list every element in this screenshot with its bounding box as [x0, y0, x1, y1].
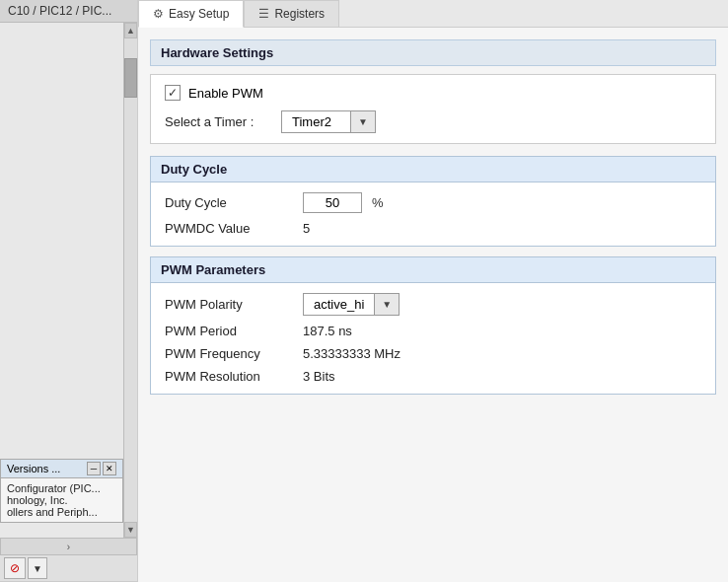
sidebar: C10 / PIC12 / PIC... ▲ ▼ › ⊘ ▼ Versions …	[0, 0, 138, 582]
pwm-resolution-row: PWM Resolution 3 Bits	[165, 369, 701, 384]
pwm-period-label: PWM Period	[165, 324, 293, 338]
versions-title: Versions ...	[7, 463, 60, 474]
pwmdc-value-row: PWMDC Value 5	[165, 221, 701, 236]
duty-cycle-section: Duty Cycle Duty Cycle % PWMDC Value 5	[150, 156, 716, 247]
cancel-icon: ⊘	[10, 561, 20, 575]
duty-cycle-unit: %	[372, 195, 384, 210]
duty-cycle-input[interactable]	[303, 192, 362, 213]
hardware-section-header: Hardware Settings	[150, 39, 716, 66]
pwm-resolution-value: 3 Bits	[303, 369, 335, 384]
main-content: ⚙ Easy Setup ☰ Registers Hardware Settin…	[138, 0, 728, 582]
sidebar-scroll-down-btn[interactable]: ›	[0, 538, 137, 555]
duty-cycle-title: Duty Cycle	[161, 162, 227, 177]
sidebar-tool-row: ⊘ ▼	[0, 555, 137, 582]
pwm-period-value: 187.5 ns	[303, 324, 352, 338]
sidebar-header: C10 / PIC12 / PIC...	[0, 0, 137, 23]
tab-easy-setup-label: Easy Setup	[169, 7, 229, 21]
duty-cycle-row: Duty Cycle %	[165, 192, 701, 213]
gear-icon: ⚙	[153, 7, 164, 21]
pwm-polarity-row: PWM Polarity active_hi ▼	[165, 293, 701, 316]
pwm-parameters-body: PWM Polarity active_hi ▼ PWM Period 187.…	[151, 283, 715, 394]
pwm-parameters-header: PWM Parameters	[151, 257, 715, 283]
scroll-up-arrow[interactable]: ▲	[124, 23, 137, 38]
polarity-dropdown-value: active_hi	[304, 294, 375, 315]
enable-pwm-row: ✓ Enable PWM	[165, 85, 701, 101]
enable-pwm-label: Enable PWM	[188, 86, 263, 101]
versions-panel: Versions ... ─ ✕ Configurator (PIC... hn…	[0, 459, 123, 523]
dropdown-arrow-icon: ▼	[33, 563, 42, 574]
polarity-dropdown-arrow-button[interactable]: ▼	[375, 294, 399, 315]
polarity-dropdown[interactable]: active_hi ▼	[303, 293, 400, 316]
tab-easy-setup[interactable]: ⚙ Easy Setup	[138, 0, 244, 28]
chevron-down-icon: ▼	[358, 116, 368, 127]
versions-line1: Configurator (PIC...	[7, 482, 116, 494]
enable-pwm-checkbox[interactable]: ✓	[165, 85, 181, 101]
minimize-icon: ─	[91, 464, 97, 473]
timer-dropdown[interactable]: Timer2 ▼	[281, 110, 376, 133]
sidebar-dropdown-button[interactable]: ▼	[28, 557, 47, 579]
versions-close-button[interactable]: ✕	[103, 462, 116, 475]
panel-area: Hardware Settings ✓ Enable PWM Select a …	[138, 28, 728, 582]
pwmdc-value: 5	[303, 221, 310, 236]
chevron-down-icon: ▼	[382, 299, 392, 310]
tab-registers-label: Registers	[274, 7, 325, 21]
hardware-section: ✓ Enable PWM Select a Timer : Timer2 ▼	[150, 74, 716, 144]
tab-registers[interactable]: ☰ Registers	[244, 0, 339, 27]
scroll-down-arrow[interactable]: ▼	[124, 522, 137, 538]
cancel-icon-button[interactable]: ⊘	[4, 557, 26, 579]
registers-icon: ☰	[258, 7, 269, 21]
sidebar-scrollbar: ▲ ▼	[123, 23, 137, 538]
pwm-parameters-title: PWM Parameters	[161, 262, 265, 277]
pwm-polarity-label: PWM Polarity	[165, 297, 293, 312]
versions-title-bar: Versions ... ─ ✕	[1, 460, 122, 478]
duty-cycle-body: Duty Cycle % PWMDC Value 5	[151, 182, 715, 246]
timer-select-label: Select a Timer :	[165, 114, 273, 129]
timer-row: Select a Timer : Timer2 ▼	[165, 110, 701, 133]
pwm-parameters-section: PWM Parameters PWM Polarity active_hi ▼ …	[150, 256, 716, 395]
pwm-frequency-label: PWM Frequency	[165, 346, 293, 361]
versions-title-controls: ─ ✕	[87, 462, 116, 475]
pwm-frequency-value: 5.33333333 MHz	[303, 346, 400, 361]
close-icon: ✕	[106, 464, 113, 473]
scrollbar-thumb[interactable]	[124, 58, 137, 98]
duty-cycle-label: Duty Cycle	[165, 195, 293, 210]
pwm-resolution-label: PWM Resolution	[165, 369, 293, 384]
pwmdc-label: PWMDC Value	[165, 221, 293, 236]
pwm-period-row: PWM Period 187.5 ns	[165, 324, 701, 338]
chevron-down-icon: ›	[67, 542, 70, 552]
versions-body: Configurator (PIC... hnology, Inc. oller…	[1, 478, 122, 522]
hardware-section-title: Hardware Settings	[161, 45, 273, 60]
versions-line3: ollers and Periph...	[7, 506, 116, 518]
timer-dropdown-arrow-button[interactable]: ▼	[351, 111, 375, 132]
timer-dropdown-value: Timer2	[282, 111, 351, 132]
versions-minimize-button[interactable]: ─	[87, 462, 101, 475]
versions-line2: hnology, Inc.	[7, 494, 116, 506]
tab-bar: ⚙ Easy Setup ☰ Registers	[138, 0, 728, 28]
pwm-frequency-row: PWM Frequency 5.33333333 MHz	[165, 346, 701, 361]
duty-cycle-header: Duty Cycle	[151, 157, 715, 182]
